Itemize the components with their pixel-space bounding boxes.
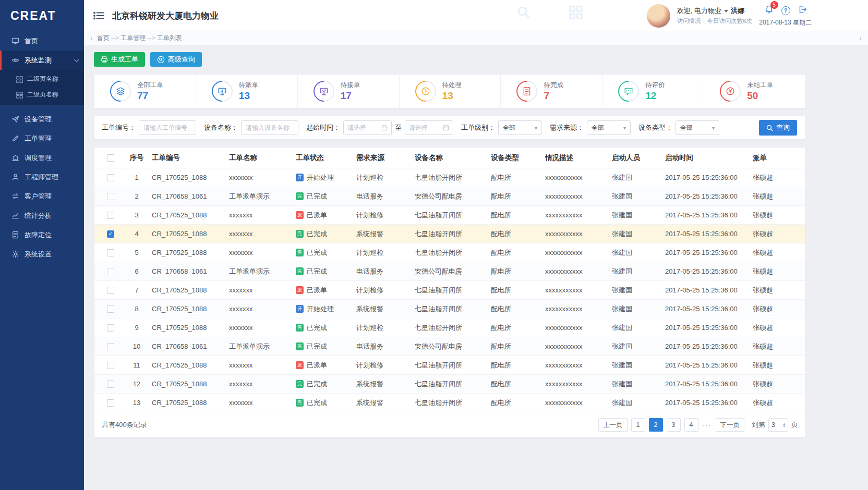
row-checkbox[interactable] [107, 212, 114, 219]
table-row[interactable]: 8CR_170525_1088xxxxxxx开开始处理系统报警七星油脂开闭所配电… [94, 300, 805, 318]
search-circle-icon [157, 56, 165, 64]
row-checkbox[interactable] [107, 287, 114, 294]
cell-owner: 张建国 [612, 304, 665, 314]
sidebar-item-stats[interactable]: 统计分析 [0, 206, 84, 225]
goto-page-stepper[interactable]: 3▴▾ [768, 418, 788, 432]
row-checkbox[interactable] [107, 305, 114, 313]
stat-card-clock[interactable]: 待处理13 [400, 75, 501, 108]
cell-owner: 张建国 [612, 211, 665, 220]
cell-dispatcher: 张硕超 [753, 267, 800, 276]
device-name-input[interactable] [241, 120, 298, 135]
table-row[interactable]: 2CR_170658_1061工单派单演示完已完成电话服务安德公司配电房配电所x… [94, 187, 805, 206]
cell-dispatcher: 张硕超 [753, 192, 800, 201]
sidebar-item-engineer[interactable]: 工程师管理 [0, 167, 84, 187]
status-badge-icon: 派 [296, 286, 304, 294]
sidebar-item-fault[interactable]: 故障定位 [0, 225, 84, 244]
sidebar-item-label: 调度管理 [25, 153, 52, 163]
breadcrumb-item[interactable]: 工单管理 [120, 34, 146, 42]
level-select[interactable]: 全部▾ [498, 120, 542, 135]
order-no-input[interactable] [139, 120, 196, 135]
row-checkbox[interactable] [107, 193, 114, 200]
table-row[interactable]: 10CR_170658_1061工单派单演示完已完成电话服务安德公司配电房配电所… [94, 337, 805, 356]
breadcrumb-item[interactable]: 首页 [97, 34, 110, 42]
help-icon[interactable]: ? [781, 6, 790, 15]
welcome-line[interactable]: 欢迎, 电力物业 洪娜 [677, 6, 752, 16]
page-button-1[interactable]: 1 [631, 418, 645, 432]
cell-source: 计划巡检 [356, 173, 415, 182]
stat-card-screen-down[interactable]: 待派单13 [196, 75, 298, 108]
sidebar-subitem[interactable]: 二级页名称 [0, 71, 84, 87]
cell-dispatcher: 张硕超 [753, 229, 800, 239]
cell-device: 七星油脂开闭所 [415, 229, 491, 239]
avatar[interactable] [647, 4, 670, 28]
sidebar-item-home[interactable]: 首页 [0, 31, 84, 51]
table-row[interactable]: 5CR_170525_1088xxxxxxx完已完成计划巡检七星油脂开闭所配电所… [94, 243, 805, 262]
page-title: 北京科锐研发大厦电力物业 [112, 10, 219, 22]
stat-card-comment[interactable]: 待评价12 [602, 75, 704, 108]
table-row[interactable]: ✓4CR_170525_1088xxxxxxx完已完成系统报警七星油脂开闭所配电… [94, 225, 805, 243]
stat-value: 50 [747, 90, 773, 102]
status-label: 已完成 [307, 229, 327, 239]
goto-suffix: 页 [791, 420, 798, 430]
stat-card-doc[interactable]: 待完成7 [501, 75, 602, 108]
table-row[interactable]: 9CR_170525_1088xxxxxxx完已完成计划巡检七星油脂开闭所配电所… [94, 318, 805, 337]
cell-order-code: CR_170525_1088 [152, 399, 229, 407]
stat-card-layers[interactable]: 全部工单77 [94, 75, 196, 108]
cell-dispatcher: 张硕超 [753, 173, 800, 182]
prev-page-button[interactable]: 上一页 [598, 418, 628, 432]
sidebar-item-settings[interactable]: 系统设置 [0, 244, 84, 264]
row-checkbox[interactable] [107, 268, 114, 275]
query-button[interactable]: 查询 [759, 120, 797, 136]
table-row[interactable]: 11CR_170525_1088xxxxxxx派已派单计划检修七星油脂开闭所配电… [94, 356, 805, 375]
cell-dispatcher: 张硕超 [753, 248, 800, 258]
table-row[interactable]: 13CR_170525_1088xxxxxxx完已完成系统报警七星油脂开闭所配电… [94, 394, 805, 412]
cell-order-name: 工单派单演示 [229, 192, 296, 201]
end-date-input[interactable]: 请选择 [405, 120, 453, 135]
status-label: 已完成 [307, 267, 327, 276]
stat-card-money[interactable]: 未结工单50 [704, 75, 805, 108]
sidebar-item-device[interactable]: 设备管理 [0, 109, 84, 129]
sidebar-item-monitor[interactable]: 系统监测 [0, 51, 84, 70]
row-checkbox[interactable] [107, 249, 114, 256]
topbar: 北京科锐研发大厦电力物业 欢迎, 电力物业 洪娜 访问情况：今日访问次数6次 [84, 0, 868, 31]
table-row[interactable]: 6CR_170658_1061工单派单演示完已完成电话服务安德公司配电房配电所x… [94, 262, 805, 281]
breadcrumb-back-icon[interactable]: ‹ [90, 34, 93, 42]
select-all-checkbox[interactable] [107, 154, 114, 162]
row-checkbox[interactable] [107, 362, 114, 369]
stepper-arrows-icon[interactable]: ▴▾ [783, 422, 785, 427]
sidebar-item-dispatch[interactable]: 调度管理 [0, 148, 84, 167]
page-button-3[interactable]: 3 [667, 418, 681, 432]
table-row[interactable]: 1CR_170525_1088xxxxxxx开开始处理计划巡检七星油脂开闭所配电… [94, 168, 805, 187]
advanced-search-button[interactable]: 高级查询 [150, 52, 202, 67]
generate-workorder-button[interactable]: 生成工单 [94, 52, 145, 67]
page-button-2[interactable]: 2 [649, 418, 663, 432]
row-checkbox[interactable] [107, 324, 114, 332]
sidebar-item-workorder[interactable]: 工单管理 [0, 129, 84, 148]
row-checkbox[interactable] [107, 343, 114, 350]
row-checkbox[interactable] [107, 399, 114, 407]
breadcrumb-item[interactable]: 工单列表 [157, 34, 182, 42]
table-row[interactable]: 12CR_170525_1088xxxxxxx完已完成系统报警七星油脂开闭所配电… [94, 375, 805, 394]
page-button-4[interactable]: 4 [684, 418, 698, 432]
next-page-button[interactable]: 下一页 [716, 418, 745, 432]
breadcrumb-forward-icon[interactable]: › [859, 34, 862, 42]
logout-icon[interactable] [798, 5, 807, 16]
start-date-input[interactable]: 请选择 [343, 120, 392, 135]
sidebar-subitem[interactable]: 二级页名称 [0, 87, 84, 102]
grid-icon [16, 91, 22, 98]
stat-card-screen-check[interactable]: 待接单17 [298, 75, 400, 108]
row-checkbox[interactable] [107, 381, 114, 388]
table-row[interactable]: 7CR_170525_1088xxxxxxx派已派单计划检修七星油脂开闭所配电所… [94, 281, 805, 300]
cell-status: 完已完成 [296, 398, 356, 408]
notification-bell-icon[interactable]: 5 [764, 5, 774, 17]
source-select[interactable]: 全部▾ [587, 120, 631, 135]
row-checkbox[interactable] [107, 174, 114, 181]
sidebar-item-label: 故障定位 [25, 230, 52, 240]
row-checkbox[interactable]: ✓ [107, 230, 114, 238]
sidebar-item-customer[interactable]: 客户管理 [0, 187, 84, 206]
screen-check-icon [309, 77, 339, 106]
device-type-select[interactable]: 全部▾ [676, 120, 719, 135]
menu-toggle-icon[interactable] [93, 11, 105, 20]
table-row[interactable]: 3CR_170525_1088xxxxxxx派已派单计划检修七星油脂开闭所配电所… [94, 206, 805, 225]
status-badge-icon: 完 [296, 399, 304, 407]
